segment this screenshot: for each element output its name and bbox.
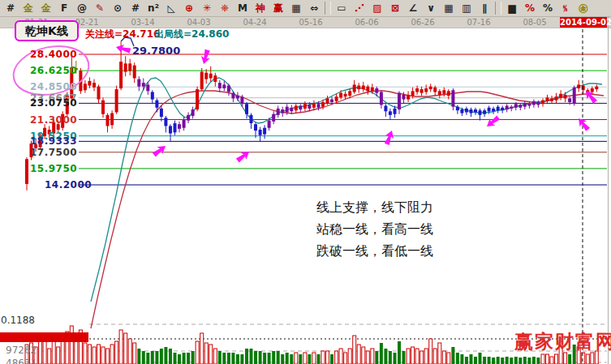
volume-bar — [527, 358, 531, 364]
candle — [501, 108, 504, 110]
candle — [573, 88, 576, 103]
candle — [506, 106, 509, 110]
candle — [236, 96, 239, 98]
volume-bar — [312, 353, 316, 364]
candle — [394, 109, 397, 114]
candle — [326, 98, 329, 103]
candle — [133, 66, 136, 79]
candle — [470, 109, 473, 113]
volume-bar — [433, 349, 437, 364]
candle — [174, 123, 177, 132]
candle — [555, 96, 558, 101]
candle — [124, 63, 127, 71]
price-level-label: 21.3000 — [30, 114, 77, 126]
candle — [577, 84, 580, 88]
volume-bar — [218, 351, 222, 364]
candle — [420, 89, 424, 93]
candle — [213, 75, 217, 82]
candle — [254, 124, 257, 131]
volume-bar — [295, 353, 298, 364]
candle — [357, 86, 360, 90]
volume-bar — [447, 353, 450, 364]
candle — [303, 104, 307, 109]
candle — [183, 120, 186, 128]
indicator-name-box: 乾坤K线 — [15, 20, 79, 41]
candle — [366, 87, 369, 92]
volume-bar — [591, 353, 594, 364]
candle — [160, 109, 163, 117]
candle — [97, 87, 101, 100]
candle — [550, 98, 553, 101]
candle — [433, 88, 437, 92]
candle — [465, 109, 468, 113]
candle — [541, 101, 544, 105]
volume-bar — [442, 351, 445, 364]
volume-bar — [523, 357, 527, 364]
volume-bar — [183, 353, 186, 364]
volume-bar — [353, 336, 356, 364]
volume-bar — [272, 351, 275, 364]
volume-bar — [564, 353, 567, 364]
candle — [380, 92, 383, 105]
candle — [272, 114, 275, 122]
price-level-label: 17.7500 — [30, 147, 77, 158]
volume-bar — [582, 353, 585, 364]
signal-arrow-icon — [200, 49, 212, 65]
candle — [582, 86, 585, 91]
candle — [295, 106, 298, 111]
volume-bar — [196, 341, 199, 364]
candle — [514, 104, 518, 108]
candle — [231, 93, 235, 99]
candle — [348, 91, 351, 96]
volume-scale-label-1: 97262 — [6, 345, 37, 356]
candle — [591, 88, 594, 92]
volume-bar — [57, 347, 60, 364]
price-level-label: 18.9333 — [30, 135, 77, 147]
volume-bar — [133, 343, 136, 364]
volume-bar — [263, 353, 266, 364]
signal-arrow-icon — [583, 88, 599, 105]
volume-bar — [479, 353, 482, 364]
volume-bar — [394, 353, 397, 364]
volume-bar — [424, 349, 428, 364]
volume-bar — [518, 358, 522, 364]
candle — [559, 94, 562, 98]
candle — [137, 79, 140, 87]
candle — [411, 91, 415, 96]
volume-bar — [277, 351, 280, 364]
candle — [142, 83, 145, 87]
volume-bar — [142, 351, 145, 364]
exit-line-label: 出局线=24.860 — [154, 28, 229, 41]
volume-bar — [483, 357, 486, 364]
volume-bar — [460, 354, 463, 364]
volume-bar — [250, 349, 253, 364]
volume-bar — [39, 341, 42, 364]
volume-scale-label-2: 48631 — [6, 358, 37, 364]
candle — [330, 100, 333, 102]
volume-bar — [402, 351, 406, 364]
candle — [312, 103, 316, 108]
volume-bar — [407, 349, 410, 364]
candle — [497, 107, 500, 111]
volume-bar — [209, 345, 213, 364]
volume-bar — [384, 349, 387, 364]
volume-bar — [97, 345, 101, 364]
volume-bar — [348, 349, 351, 364]
volume-bar — [415, 349, 419, 364]
candle — [164, 118, 167, 126]
volume-bar — [164, 347, 167, 364]
candle — [200, 72, 204, 90]
candle — [119, 62, 123, 88]
candle — [204, 73, 208, 79]
pane-min-label: 0.1188 — [1, 315, 35, 326]
volume-bar — [429, 339, 432, 364]
volume-bar — [303, 353, 307, 364]
volume-bar — [106, 349, 110, 364]
volume-bar — [101, 347, 105, 364]
volume-bar — [146, 353, 149, 364]
peak-price-label: 29.7800 — [132, 45, 180, 57]
candle — [281, 109, 284, 113]
candle — [286, 107, 289, 113]
volume-bar — [546, 354, 549, 364]
candle — [344, 94, 347, 96]
